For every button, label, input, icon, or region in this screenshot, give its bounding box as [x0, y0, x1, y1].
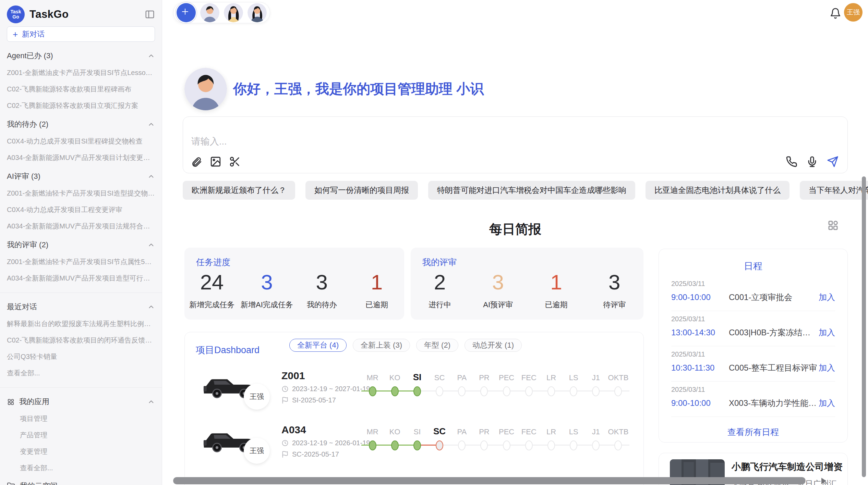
- sidebar-task-item[interactable]: Z001-全新燃油轻卡产品开发项目SI造型提交物评审: [7, 189, 155, 198]
- milestone-label: SC: [429, 426, 451, 437]
- recent-chats-header[interactable]: 最近对话: [7, 302, 155, 312]
- collapse-sidebar-icon[interactable]: [145, 9, 155, 20]
- my-apps-header[interactable]: 我的应用: [7, 397, 155, 407]
- milestone-PEC: PEC: [495, 418, 518, 472]
- phone-call-icon[interactable]: [786, 156, 797, 167]
- new-chat-button[interactable]: + 新对话: [7, 26, 155, 42]
- suggestion-chip[interactable]: 当下年轻人对汽车外观有怎样的喜好趋势: [800, 181, 868, 200]
- sidebar-section-header[interactable]: Agent已办 (3): [7, 51, 155, 61]
- suggestion-chip[interactable]: 比亚迪全固态电池计划具体说了什么: [646, 181, 789, 200]
- milestone-PR: PR: [473, 418, 495, 472]
- my-review-card-title: 我的评审: [422, 257, 457, 268]
- project-row[interactable]: 王强A0342023-12-19 ~ 2026-01-19SC-2025-05-…: [185, 418, 644, 472]
- milestone-connector: [406, 390, 413, 391]
- milestone-label: OKTB: [607, 373, 629, 382]
- horizontal-scrollbar[interactable]: [173, 477, 806, 484]
- milestone-SC: SC: [429, 418, 451, 472]
- task-progress-card: 任务进度 24新增完成任务3新增AI完成任务3我的待办1已逾期: [184, 248, 404, 320]
- flag-text: SI-2025-05-17: [292, 396, 336, 404]
- suggestion-chip[interactable]: 如何写一份清晰的项目周报: [305, 181, 418, 200]
- stat-待评审: 3待评审: [585, 268, 643, 320]
- sidebar-task-item[interactable]: C02-飞腾新能源轻客改款项目里程碑画布: [7, 85, 155, 94]
- milestone-dot: [436, 386, 443, 396]
- milestone-connector: [555, 445, 563, 446]
- schedule-title: 日程: [659, 260, 847, 272]
- join-link[interactable]: 加入: [819, 398, 835, 409]
- stat-value: 2: [434, 268, 446, 297]
- notifications-bell-icon[interactable]: [830, 8, 841, 19]
- my-apps-label: 我的应用: [19, 397, 49, 407]
- milestone-track: MRKOSISCPAPRPECFECLRLSJ1OKTB: [361, 418, 629, 472]
- milestone-connector: [361, 390, 369, 391]
- chevron-up-icon[interactable]: [147, 303, 155, 311]
- milestone-dot: [480, 440, 488, 450]
- app-menu-item[interactable]: 查看全部...: [7, 463, 155, 473]
- message-input[interactable]: 请输入...: [183, 116, 848, 173]
- milestone-connector: [518, 390, 525, 391]
- recent-chat-item[interactable]: C02-飞腾新能源轻客改款项目的闭环通告反馈情况: [7, 336, 155, 345]
- filter-pill[interactable]: 动总开发 (1): [465, 339, 522, 352]
- milestone-connector: [421, 390, 429, 391]
- suggestion-chip[interactable]: 欧洲新规最近颁布了什么？: [183, 181, 295, 200]
- milestone-PEC: PEC: [495, 364, 518, 418]
- agent-avatar-1[interactable]: [200, 3, 219, 22]
- agent-avatar-2[interactable]: [224, 3, 243, 22]
- milestone-MR: MR: [361, 364, 384, 418]
- microphone-icon[interactable]: [806, 156, 818, 167]
- filter-pill[interactable]: 年型 (2): [416, 339, 458, 352]
- send-icon[interactable]: [827, 156, 839, 167]
- briefing-layout-icon[interactable]: [827, 219, 839, 232]
- join-link[interactable]: 加入: [819, 327, 835, 338]
- project-row[interactable]: 王强Z0012023-12-19 ~ 2027-01-19SI-2025-05-…: [185, 364, 644, 418]
- filter-pill[interactable]: 全新上装 (3): [353, 339, 410, 352]
- stat-value: 1: [550, 268, 562, 297]
- sidebar-task-item[interactable]: C0X4-动力总成开发项目工程变更评审: [7, 205, 155, 214]
- join-link[interactable]: 加入: [819, 362, 835, 373]
- divider: [671, 416, 835, 417]
- screenshot-scissors-icon[interactable]: [229, 156, 241, 167]
- vertical-scrollbar[interactable]: [862, 176, 866, 477]
- milestone-dot: [413, 386, 421, 396]
- sidebar-item-cloud-space[interactable]: 我的云空间: [7, 481, 155, 485]
- recent-chat-item[interactable]: 解释最新出台的欧盟报废车法规再生塑料比例被调至15%...: [7, 319, 155, 328]
- sidebar-task-item[interactable]: A034-全新新能源MUV产品开发项目计划变更表编写: [7, 153, 155, 162]
- filter-pill[interactable]: 全新平台 (4): [289, 339, 347, 352]
- join-link[interactable]: 加入: [819, 292, 835, 303]
- schedule-item: 2025/03/1113:00-14:30C003|H0B-方案冻结评审加入: [671, 311, 835, 346]
- sidebar-section-header[interactable]: 我的评审 (2): [7, 240, 155, 250]
- sidebar-task-item[interactable]: C0X4-动力总成开发项目SI里程碑提交物检查: [7, 137, 155, 146]
- app-title: TaskGo: [29, 8, 69, 21]
- sidebar-task-item[interactable]: Z001-全新燃油皮卡产品开发项目SI节点Lesson Learn报告: [7, 68, 155, 77]
- recent-chat-item[interactable]: 公司Q3轻卡销量: [7, 352, 155, 361]
- scroll-right-arrow[interactable]: [821, 478, 826, 484]
- app-menu-item[interactable]: 产品管理: [7, 431, 155, 440]
- milestone-J1: J1: [585, 364, 607, 418]
- milestone-connector: [585, 390, 592, 391]
- attachment-icon[interactable]: [191, 156, 202, 167]
- sidebar-task-item[interactable]: Z001-全新燃油轻卡产品开发项目SI节点属性5D文件评审: [7, 257, 155, 266]
- flag-text: SC-2025-05-17: [292, 450, 339, 458]
- sidebar-section-header[interactable]: AI评审 (3): [7, 171, 155, 182]
- milestone-connector: [429, 390, 436, 391]
- milestone-dot: [570, 386, 577, 396]
- sidebar-task-item[interactable]: A034-全新新能源MUV产品开发项目造型可行性评审: [7, 274, 155, 283]
- sidebar-section-header[interactable]: 我的待办 (2): [7, 119, 155, 129]
- agent-avatar-3[interactable]: [248, 3, 267, 22]
- image-upload-icon[interactable]: [210, 156, 221, 167]
- app-menu-item[interactable]: 变更管理: [7, 447, 155, 456]
- user-avatar[interactable]: 王强: [844, 3, 863, 22]
- app-menu-item[interactable]: 项目管理: [7, 414, 155, 423]
- recent-view-all-link[interactable]: 查看全部...: [7, 369, 155, 378]
- sidebar-task-item[interactable]: A034-全新新能源MUV产品开发项目法规符合性评审: [7, 222, 155, 231]
- schedule-row: 10:30-11:30C005-整车工程目标评审加入: [671, 362, 835, 373]
- project-date-range: 2023-12-19 ~ 2026-01-19: [281, 439, 370, 447]
- milestone-connector: [429, 445, 436, 446]
- sidebar-task-item[interactable]: C02-飞腾新能源轻客改款项目立项汇报方案: [7, 101, 155, 110]
- suggestion-chip[interactable]: 特朗普可能对进口汽车增税会对中国车企造成哪些影响: [428, 181, 635, 200]
- project-code: A034: [281, 424, 306, 436]
- view-all-schedule-link[interactable]: 查看所有日程: [659, 426, 847, 438]
- chevron-up-icon[interactable]: [147, 398, 155, 406]
- schedule-time: 9:00-10:00: [671, 293, 723, 302]
- schedule-card: 日程 2025/03/119:00-10:00C001-立项审批会加入2025/…: [659, 249, 848, 443]
- new-session-button[interactable]: [177, 3, 196, 22]
